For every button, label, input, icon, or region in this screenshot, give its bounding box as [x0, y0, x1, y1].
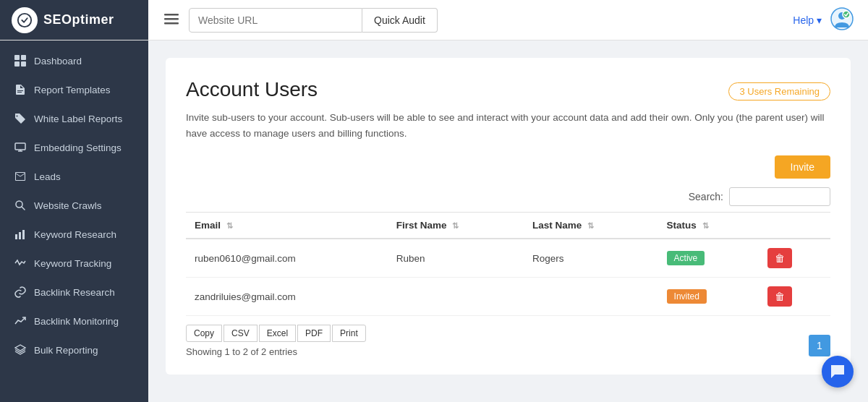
bar-chart-icon	[14, 228, 27, 241]
svg-point-6	[843, 11, 850, 18]
sidebar: Dashboard Report Templates White Label R…	[0, 40, 148, 402]
page-header: Account Users 3 Users Remaining	[186, 78, 830, 101]
layers-icon	[14, 343, 27, 356]
search-row: Search:	[186, 187, 830, 206]
users-table: Email ⇅ First Name ⇅ Last Name ⇅ Statu	[186, 212, 830, 316]
topnav-center: Quick Audit	[148, 7, 793, 33]
svg-line-13	[22, 207, 25, 210]
sidebar-item-white-label-reports[interactable]: White Label Reports	[0, 104, 148, 133]
page-1-button[interactable]: 1	[809, 335, 830, 356]
table-row: zandriluies@gmail.com Invited 🗑	[186, 278, 830, 316]
sort-email-icon[interactable]: ⇅	[226, 221, 233, 230]
status-badge: Invited	[667, 289, 707, 304]
col-first-name: First Name ⇅	[388, 213, 524, 239]
sort-last-name-icon[interactable]: ⇅	[587, 221, 594, 230]
invite-button[interactable]: Invite	[775, 155, 830, 179]
sidebar-label-backlink-monitoring: Backlink Monitoring	[34, 316, 119, 327]
page-title: Account Users	[186, 78, 318, 101]
sidebar-label-report-templates: Report Templates	[34, 85, 111, 95]
user-profile-button[interactable]	[830, 7, 854, 33]
col-last-name: Last Name ⇅	[524, 213, 658, 239]
cell-email: ruben0610@gmail.com	[186, 239, 388, 278]
url-input[interactable]	[189, 8, 362, 33]
entries-info: CopyCSVExcelPDFPrint Showing 1 to 2 of 2…	[186, 325, 366, 357]
topnav: SEOptimer Quick Audit Help ▾	[0, 0, 868, 40]
sidebar-item-backlink-monitoring[interactable]: Backlink Monitoring	[0, 307, 148, 335]
svg-rect-3	[164, 22, 179, 25]
sidebar-item-keyword-tracking[interactable]: Keyword Tracking	[0, 249, 148, 278]
monitor-icon	[14, 141, 27, 154]
sidebar-label-embedding-settings: Embedding Settings	[34, 142, 122, 153]
export-pdf-button[interactable]: PDF	[297, 325, 331, 342]
search-input[interactable]	[729, 187, 830, 206]
cell-status: Active	[658, 239, 760, 278]
svg-point-0	[18, 13, 31, 26]
cell-email: zandriluies@gmail.com	[186, 278, 388, 316]
logo-area: SEOptimer	[0, 0, 148, 40]
cell-last-name: Rogers	[524, 239, 658, 278]
svg-rect-9	[14, 61, 20, 67]
sidebar-label-white-label-reports: White Label Reports	[34, 114, 122, 124]
col-status: Status ⇅	[658, 213, 760, 239]
sidebar-item-report-templates[interactable]: Report Templates	[0, 75, 148, 104]
topnav-right: Help ▾	[793, 7, 868, 33]
main-layout: Dashboard Report Templates White Label R…	[0, 40, 868, 402]
chat-bubble[interactable]	[822, 356, 854, 388]
table-row: ruben0610@gmail.com Ruben Rogers Active …	[186, 239, 830, 278]
export-print-button[interactable]: Print	[332, 325, 366, 342]
users-remaining-badge: 3 Users Remaining	[728, 82, 830, 100]
quick-audit-button[interactable]: Quick Audit	[362, 8, 438, 33]
search-icon	[14, 199, 27, 212]
sidebar-item-bulk-reporting[interactable]: Bulk Reporting	[0, 335, 148, 364]
sidebar-item-keyword-research[interactable]: Keyword Research	[0, 220, 148, 249]
sidebar-label-website-crawls: Website Crawls	[34, 200, 102, 211]
sidebar-label-dashboard: Dashboard	[34, 56, 82, 67]
sidebar-item-leads[interactable]: Leads	[0, 162, 148, 191]
entries-text: Showing 1 to 2 of 2 entries	[186, 346, 366, 357]
page-description: Invite sub-users to your account. Sub-us…	[186, 110, 830, 141]
col-actions	[759, 213, 830, 239]
sidebar-item-embedding-settings[interactable]: Embedding Settings	[0, 133, 148, 162]
link-icon	[14, 286, 27, 299]
export-excel-button[interactable]: Excel	[259, 325, 296, 342]
sidebar-item-dashboard[interactable]: Dashboard	[0, 46, 148, 75]
trending-up-icon	[14, 315, 27, 328]
cell-first-name	[388, 278, 524, 316]
svg-rect-10	[21, 61, 26, 67]
table-footer: CopyCSVExcelPDFPrint Showing 1 to 2 of 2…	[186, 325, 830, 357]
mail-icon	[14, 170, 27, 183]
status-badge: Active	[667, 251, 705, 265]
sidebar-label-leads: Leads	[34, 171, 61, 182]
pagination-area: 1	[809, 335, 830, 356]
help-button[interactable]: Help ▾	[793, 14, 822, 26]
svg-rect-2	[164, 18, 179, 20]
hamburger-button[interactable]	[160, 7, 183, 33]
cell-last-name	[524, 278, 658, 316]
export-csv-button[interactable]: CSV	[224, 325, 258, 342]
logo-icon	[12, 7, 38, 33]
svg-rect-15	[19, 232, 21, 239]
svg-rect-1	[164, 14, 179, 16]
search-label: Search:	[689, 191, 723, 202]
export-copy-button[interactable]: Copy	[186, 325, 222, 342]
export-buttons: CopyCSVExcelPDFPrint	[186, 325, 366, 342]
tag-icon	[14, 112, 27, 125]
col-email: Email ⇅	[186, 213, 388, 239]
sidebar-label-keyword-tracking: Keyword Tracking	[34, 258, 111, 269]
grid-icon	[14, 54, 27, 67]
sidebar-label-backlink-research: Backlink Research	[34, 287, 115, 298]
svg-rect-11	[15, 143, 25, 150]
cell-actions: 🗑	[759, 239, 830, 278]
sort-first-name-icon[interactable]: ⇅	[452, 221, 459, 230]
cell-actions: 🗑	[759, 278, 830, 316]
sidebar-item-website-crawls[interactable]: Website Crawls	[0, 191, 148, 220]
activity-icon	[14, 257, 27, 270]
delete-button[interactable]: 🗑	[767, 248, 792, 268]
content-card: Account Users 3 Users Remaining Invite s…	[166, 58, 851, 375]
delete-button[interactable]: 🗑	[767, 286, 792, 307]
file-edit-icon	[14, 83, 27, 96]
main-content: Account Users 3 Users Remaining Invite s…	[148, 40, 868, 402]
sort-status-icon[interactable]: ⇅	[702, 221, 709, 230]
sidebar-item-backlink-research[interactable]: Backlink Research	[0, 278, 148, 307]
cell-first-name: Ruben	[388, 239, 524, 278]
